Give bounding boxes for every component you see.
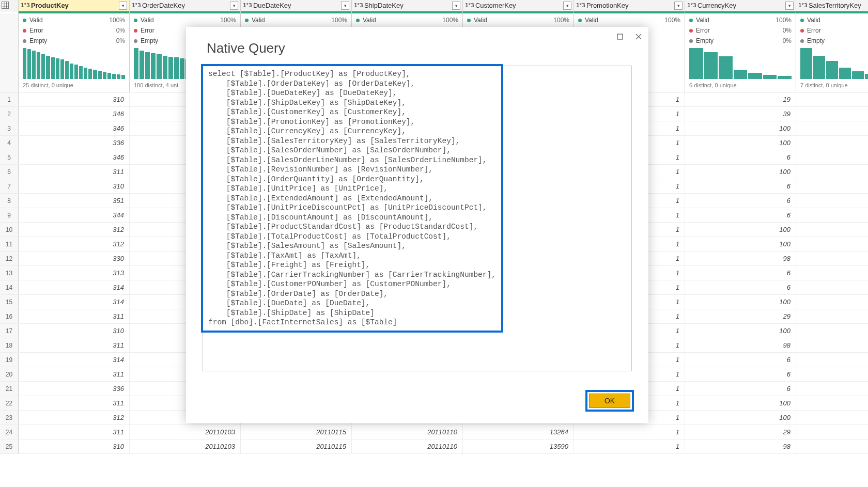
cell[interactable] — [796, 309, 868, 323]
cell[interactable]: 20110110 — [352, 425, 463, 439]
cell[interactable] — [796, 324, 868, 338]
cell[interactable]: 100 — [685, 324, 796, 338]
cell[interactable]: 39 — [685, 107, 796, 121]
cell[interactable]: 20110115 — [241, 425, 352, 439]
cell[interactable] — [796, 121, 868, 135]
cell[interactable]: 6 — [685, 280, 796, 294]
cell[interactable]: 312 — [19, 223, 130, 237]
maximize-button[interactable] — [614, 31, 626, 42]
cell[interactable]: 310 — [19, 324, 130, 338]
cell[interactable]: 100 — [685, 396, 796, 410]
cell[interactable] — [796, 136, 868, 150]
cell[interactable] — [796, 252, 868, 265]
cell[interactable]: 100 — [685, 411, 796, 425]
column-filter-button[interactable]: ▾ — [674, 2, 683, 10]
cell[interactable] — [796, 223, 868, 237]
column-header-DueDateKey[interactable]: 1²3DueDateKey▾ — [241, 0, 352, 11]
cell[interactable]: 311 — [19, 367, 130, 381]
cell[interactable] — [796, 194, 868, 208]
ok-button[interactable]: OK — [589, 394, 630, 408]
cell[interactable]: 13264 — [463, 425, 574, 439]
cell[interactable]: 6 — [685, 382, 796, 396]
cell[interactable]: 311 — [19, 396, 130, 410]
cell[interactable]: 20110103 — [130, 439, 241, 453]
column-filter-button[interactable]: ▾ — [119, 2, 127, 10]
cell[interactable]: 311 — [19, 165, 130, 179]
cell[interactable] — [796, 208, 868, 222]
cell[interactable]: 13590 — [463, 439, 574, 453]
cell[interactable]: 314 — [19, 280, 130, 294]
cell[interactable]: 6 — [685, 150, 796, 164]
query-textarea[interactable]: select [$Table].[ProductKey] as [Product… — [203, 66, 632, 371]
cell[interactable]: 6 — [685, 208, 796, 222]
column-header-ShipDateKey[interactable]: 1²3ShipDateKey▾ — [352, 0, 463, 11]
cell[interactable]: 314 — [19, 295, 130, 309]
cell[interactable] — [796, 295, 868, 309]
cell[interactable]: 6 — [685, 353, 796, 367]
column-header-SalesTerritoryKey[interactable]: 1²3SalesTerritoryKey▾ — [796, 0, 868, 11]
column-filter-button[interactable]: ▾ — [563, 2, 571, 10]
cell[interactable]: 19 — [685, 92, 796, 106]
column-header-CustomerKey[interactable]: 1²3CustomerKey▾ — [463, 0, 574, 11]
column-filter-button[interactable]: ▾ — [230, 2, 238, 10]
cell[interactable]: 312 — [19, 237, 130, 251]
cell[interactable]: 336 — [19, 382, 130, 396]
cell[interactable]: 351 — [19, 194, 130, 208]
cell[interactable]: 100 — [685, 165, 796, 179]
cell[interactable]: 346 — [19, 107, 130, 121]
cell[interactable]: 310 — [19, 92, 130, 106]
cell[interactable]: 6 — [685, 194, 796, 208]
cell[interactable] — [796, 107, 868, 121]
cell[interactable]: 312 — [19, 411, 130, 425]
cell[interactable] — [796, 266, 868, 280]
cell[interactable] — [796, 92, 868, 106]
cell[interactable]: 100 — [685, 136, 796, 150]
cell[interactable]: 29 — [685, 425, 796, 439]
cell[interactable]: 6 — [685, 266, 796, 280]
cell[interactable] — [796, 382, 868, 396]
column-header-PromotionKey[interactable]: 1²3PromotionKey▾ — [574, 0, 685, 11]
cell[interactable] — [796, 353, 868, 367]
cell[interactable]: 1 — [574, 425, 685, 439]
cell[interactable]: 100 — [685, 121, 796, 135]
table-corner[interactable] — [0, 0, 19, 11]
cell[interactable] — [796, 280, 868, 294]
cell[interactable]: 311 — [19, 309, 130, 323]
cell[interactable]: 336 — [19, 136, 130, 150]
cell[interactable]: 310 — [19, 439, 130, 453]
cell[interactable]: 6 — [685, 179, 796, 193]
cell[interactable]: 313 — [19, 266, 130, 280]
cell[interactable] — [796, 411, 868, 425]
column-filter-button[interactable]: ▾ — [341, 2, 349, 10]
cell[interactable]: 20110103 — [130, 425, 241, 439]
cell[interactable]: 6 — [685, 367, 796, 381]
cell[interactable]: 29 — [685, 309, 796, 323]
cell[interactable]: 20110115 — [241, 439, 352, 453]
cell[interactable]: 98 — [685, 252, 796, 265]
column-filter-button[interactable]: ▾ — [785, 2, 794, 10]
cell[interactable]: 98 — [685, 439, 796, 453]
cell[interactable] — [796, 439, 868, 453]
cell[interactable]: 1 — [574, 439, 685, 453]
cell[interactable]: 310 — [19, 179, 130, 193]
cell[interactable]: 100 — [685, 223, 796, 237]
column-header-OrderDateKey[interactable]: 1²3OrderDateKey▾ — [130, 0, 241, 11]
cell[interactable]: 100 — [685, 237, 796, 251]
cell[interactable]: 346 — [19, 121, 130, 135]
cell[interactable]: 100 — [685, 295, 796, 309]
cell[interactable] — [796, 179, 868, 193]
close-button[interactable] — [633, 31, 644, 42]
cell[interactable]: 98 — [685, 338, 796, 352]
cell[interactable] — [796, 425, 868, 439]
cell[interactable] — [796, 367, 868, 381]
table-row[interactable]: 2431120110103201101152011011013264129 — [0, 425, 868, 439]
cell[interactable]: 311 — [19, 338, 130, 352]
column-filter-button[interactable]: ▾ — [452, 2, 460, 10]
cell[interactable]: 311 — [19, 425, 130, 439]
cell[interactable] — [796, 150, 868, 164]
cell[interactable]: 344 — [19, 208, 130, 222]
cell[interactable] — [796, 165, 868, 179]
table-row[interactable]: 2531020110103201101152011011013590198 — [0, 439, 868, 454]
cell[interactable]: 20110110 — [352, 439, 463, 453]
cell[interactable] — [796, 237, 868, 251]
